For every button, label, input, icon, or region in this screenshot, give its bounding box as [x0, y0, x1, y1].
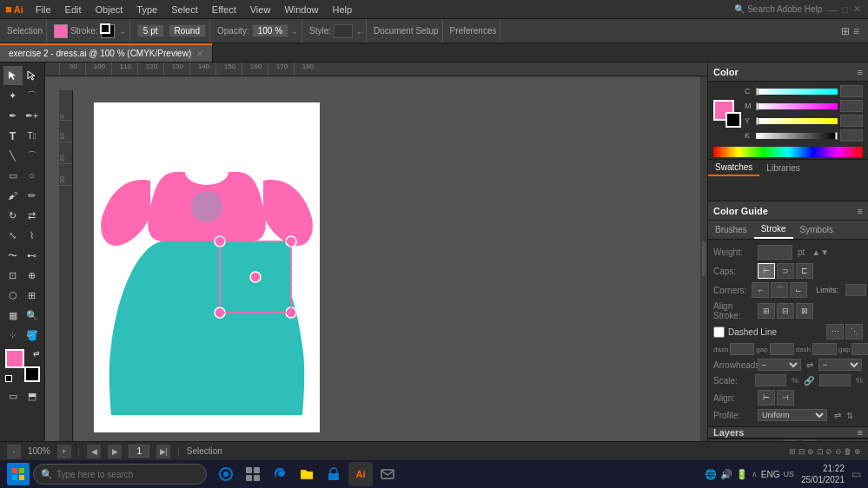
doc-tab-close[interactable]: ✕	[196, 49, 203, 58]
canvas-area[interactable]: 90 100 110 120 130 140 150 160 170 180 0…	[45, 63, 707, 441]
drawing-mode[interactable]: ⬒	[23, 386, 42, 406]
preferences-btn[interactable]: Preferences	[450, 26, 497, 36]
taskbar-search-input[interactable]	[56, 470, 199, 479]
area-type-tool[interactable]: T⃞	[23, 126, 42, 145]
menu-file[interactable]: File	[29, 0, 58, 18]
mesh-tool[interactable]: ⊞	[23, 286, 42, 305]
tray-volume-icon[interactable]: 🔊	[720, 469, 732, 480]
arrow-swap-btn[interactable]: ⇄	[806, 360, 813, 370]
libraries-tab[interactable]: Libraries	[759, 160, 806, 176]
default-colors-btn[interactable]	[5, 375, 12, 382]
menu-view[interactable]: View	[243, 0, 278, 18]
taskbar-task-view-btn[interactable]	[241, 462, 265, 486]
dashed-line-checkbox[interactable]	[713, 326, 725, 338]
nav-end-btn[interactable]: ▶|	[156, 445, 170, 458]
pen-tool[interactable]: ✒	[3, 106, 23, 125]
workspace-btn[interactable]: ≡	[853, 25, 859, 37]
c-value-input[interactable]	[840, 85, 863, 97]
menu-effect[interactable]: Effect	[205, 0, 243, 18]
canvas-bg[interactable]: 0 10 20 30	[59, 76, 707, 441]
pencil-tool[interactable]: ✏	[23, 186, 42, 205]
tray-network-icon[interactable]: 🌐	[705, 469, 717, 480]
doc-setup-btn[interactable]: Document Setup	[374, 26, 439, 36]
magic-wand-tool[interactable]: ✦	[3, 86, 23, 105]
brushes-tab[interactable]: Brushes	[708, 221, 754, 239]
profile-flip-h[interactable]: ⇄	[834, 411, 841, 420]
menu-edit[interactable]: Edit	[58, 0, 89, 18]
dash-input-1[interactable]	[730, 343, 754, 355]
window-minimize[interactable]: —	[827, 4, 837, 15]
taskbar-cortana-btn[interactable]	[214, 462, 238, 486]
window-restore[interactable]: □	[842, 4, 848, 15]
paintbrush-tool[interactable]: 🖌	[3, 186, 23, 205]
align-end-btn[interactable]: ⊣	[777, 390, 794, 406]
swap-colors-btn[interactable]: ⇄	[33, 349, 40, 358]
align-inside-btn[interactable]: ⊟	[777, 303, 794, 319]
arrowhead-start-select[interactable]: –	[758, 359, 801, 371]
color-stroke-swatch-small[interactable]	[726, 112, 741, 128]
reflect-tool[interactable]: ⇄	[23, 206, 42, 225]
color-panel-menu[interactable]: ≡	[858, 67, 863, 77]
c-slider-track[interactable]	[756, 89, 838, 95]
arc-tool[interactable]: ⌒	[23, 146, 42, 165]
merge-layers-btn[interactable]: ⊞	[837, 440, 849, 441]
layers-menu-btn[interactable]: ≡	[858, 427, 863, 438]
k-value-input[interactable]	[840, 129, 863, 142]
profile-select[interactable]: Uniform	[758, 409, 827, 421]
start-button[interactable]	[7, 463, 30, 485]
menu-object[interactable]: Object	[89, 0, 130, 18]
round-cap-btn[interactable]: ⊃	[777, 263, 794, 279]
width-tool[interactable]: ⊷	[23, 246, 42, 265]
symbols-tab[interactable]: Symbols	[793, 221, 840, 239]
page-input[interactable]	[129, 445, 149, 458]
menu-type[interactable]: Type	[129, 0, 164, 18]
prev-page-btn[interactable]: ◀	[87, 445, 101, 458]
menu-help[interactable]: Help	[326, 0, 360, 18]
dash-input-2[interactable]	[812, 343, 837, 355]
shape-builder-tool[interactable]: ⊕	[23, 266, 42, 285]
scroll-bar-v[interactable]	[700, 76, 707, 441]
taskbar-store-btn[interactable]	[321, 462, 346, 486]
lasso-tool[interactable]: ⌒	[23, 86, 42, 105]
round-corner-btn[interactable]: ⌒	[771, 282, 788, 298]
tray-expand-btn[interactable]: ∧	[752, 470, 758, 478]
color-spectrum-bar[interactable]	[713, 147, 863, 157]
line-tool[interactable]: ╲	[3, 146, 23, 165]
projecting-cap-btn[interactable]: ⊏	[796, 263, 813, 279]
arrange-btn[interactable]: ⊞	[841, 25, 850, 37]
align-path-btn[interactable]: ⊢	[758, 390, 775, 406]
rotate-tool[interactable]: ↻	[3, 206, 23, 225]
artboard[interactable]	[94, 102, 320, 432]
scale-tool[interactable]: ⤡	[3, 226, 23, 245]
scale-start-input[interactable]	[755, 374, 786, 386]
opacity-value[interactable]: 100 %	[252, 24, 288, 37]
y-slider-track[interactable]	[756, 118, 838, 124]
eyedropper-tool[interactable]: 🔍	[23, 306, 42, 325]
taskbar-explorer-btn[interactable]	[295, 462, 319, 486]
scale-end-input[interactable]	[819, 374, 851, 386]
gradient-tool[interactable]: ▦	[3, 306, 23, 325]
menu-select[interactable]: Select	[164, 0, 205, 18]
show-desktop-btn[interactable]: ▭	[851, 468, 861, 480]
window-close[interactable]: ✕	[853, 3, 861, 15]
stroke-tab[interactable]: Stroke	[754, 221, 793, 239]
stroke-style-value[interactable]: Round	[169, 24, 206, 37]
toolbar-preferences[interactable]: Preferences	[447, 19, 501, 43]
align-outside-btn[interactable]: ⊠	[796, 303, 813, 319]
miter-corner-btn[interactable]: ⌐	[752, 282, 769, 298]
layers-panel-btn3[interactable]: ≡	[852, 440, 865, 441]
gap-input-2[interactable]	[851, 343, 868, 355]
normal-mode[interactable]: ▭	[3, 386, 23, 406]
taskbar-edge-btn[interactable]	[268, 462, 292, 486]
taskbar-ai-btn[interactable]: Ai	[348, 462, 373, 486]
tray-battery-icon[interactable]: 🔋	[736, 469, 748, 480]
y-value-input[interactable]	[840, 115, 863, 127]
limits-input[interactable]	[845, 284, 866, 296]
shear-tool[interactable]: ⌇	[23, 226, 42, 245]
arrowhead-end-select[interactable]: –	[818, 359, 862, 371]
next-page-btn[interactable]: ▶	[108, 445, 122, 458]
delete-layer-btn[interactable]: 🗑	[802, 439, 818, 441]
dashed-preserve-btn[interactable]: ⋱	[845, 324, 863, 340]
perspective-tool[interactable]: ⬡	[3, 286, 23, 305]
free-transform-tool[interactable]: ⊡	[3, 266, 23, 285]
